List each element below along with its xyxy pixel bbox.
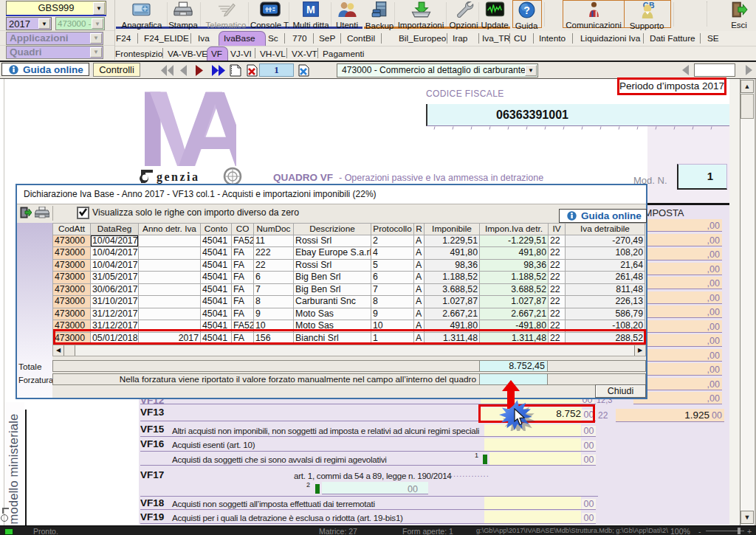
svg-text:?: ? [523, 4, 530, 16]
svg-text:M: M [306, 4, 315, 15]
